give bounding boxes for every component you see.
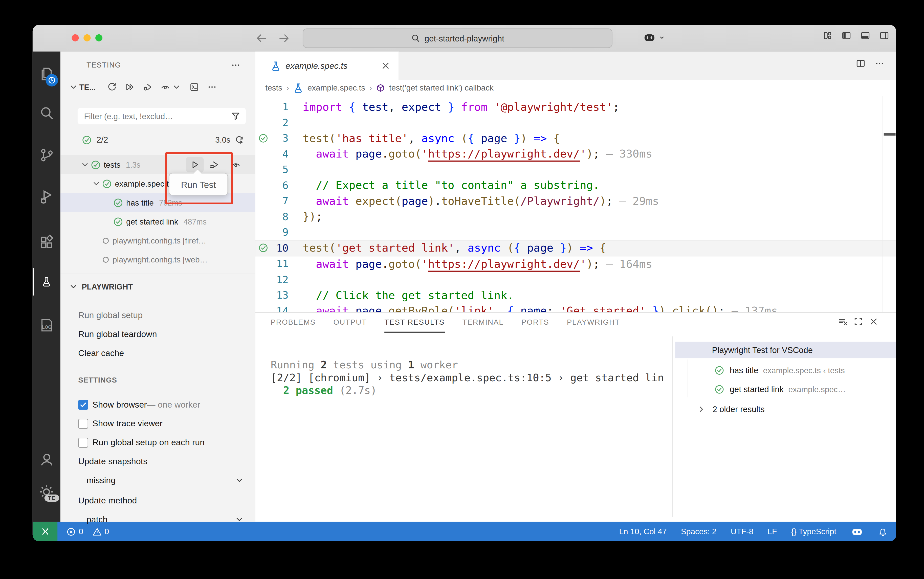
panel-tab-test-results[interactable]: TEST RESULTS: [384, 313, 445, 333]
panel-tab-ports[interactable]: PORTS: [522, 313, 549, 333]
annotation-highlight-box: [165, 152, 233, 204]
select-update-method[interactable]: patch: [87, 512, 244, 527]
playwright-action-run-global-setup[interactable]: Run global setup: [78, 307, 142, 323]
panel-tab-output[interactable]: OUTPUT: [333, 313, 367, 333]
watch-tests-icon[interactable]: [161, 82, 170, 92]
forward-icon[interactable]: [278, 32, 290, 44]
debug-all-tests-icon[interactable]: [143, 82, 152, 92]
chevron-down-icon[interactable]: [69, 282, 78, 291]
activity-item-run-debug[interactable]: [33, 183, 61, 211]
results-provider-header[interactable]: Playwright Test for VSCode: [675, 342, 896, 358]
more-actions-icon[interactable]: [208, 82, 217, 92]
sidebar-more-actions-icon[interactable]: [231, 61, 240, 70]
result-row-has-title[interactable]: has titleexample.spec.ts ‹ tests: [675, 361, 896, 379]
rerun-icon[interactable]: [235, 135, 244, 144]
chevron-down-icon[interactable]: [235, 515, 244, 524]
checkbox-checked[interactable]: [78, 399, 88, 410]
test-filter-input[interactable]: [78, 112, 231, 121]
activity-item-testing[interactable]: [33, 268, 61, 296]
close-panel-icon[interactable]: [869, 317, 878, 326]
activity-item-extensions[interactable]: [33, 228, 61, 256]
copilot-icon[interactable]: [850, 525, 864, 538]
show-output-icon[interactable]: [190, 82, 199, 92]
line-number: 9: [271, 226, 288, 238]
activity-item-accounts[interactable]: [33, 445, 61, 473]
setting-show-trace-viewer[interactable]: Show trace viewer: [78, 415, 163, 431]
test-count: 2/2: [96, 135, 108, 144]
setting-label: Run global setup on each run: [92, 438, 204, 447]
status-eol[interactable]: LF: [767, 527, 777, 536]
editor-more-actions-icon[interactable]: [875, 59, 884, 68]
code-line-1: 1import { test, expect } from '@playwrig…: [255, 99, 896, 114]
activity-item-search[interactable]: [33, 99, 61, 127]
close-tab-icon[interactable]: [381, 61, 390, 70]
split-editor-icon[interactable]: [856, 59, 865, 68]
line-number: 11: [271, 258, 288, 270]
close-traffic-light[interactable]: [72, 34, 78, 41]
status-language-mode[interactable]: {} TypeScript: [791, 527, 837, 536]
gutter-pass-icon[interactable]: [255, 133, 271, 143]
filter-icon[interactable]: [231, 111, 240, 121]
maximize-panel-icon[interactable]: [854, 317, 863, 326]
chevron-down-icon[interactable]: [69, 82, 78, 92]
warning-icon: [92, 527, 101, 536]
playwright-action-run-global-teardown[interactable]: Run global teardown: [78, 325, 157, 342]
setting-show-browser[interactable]: Show browser— one worker: [78, 397, 200, 412]
chevron-down-icon[interactable]: [92, 179, 101, 188]
watch-chevron-icon[interactable]: [172, 82, 181, 92]
chevron-down-icon[interactable]: [81, 160, 90, 169]
test-time: 1.3s: [126, 160, 141, 169]
command-center-search[interactable]: get-started-playwright: [303, 28, 612, 48]
older-results-label: 2 older results: [713, 404, 765, 414]
test-explorer-label: TE...: [79, 83, 96, 92]
refresh-tests-icon[interactable]: [108, 82, 117, 92]
checkbox-unchecked[interactable]: [78, 437, 88, 448]
setting-run-global-setup-on-each-run[interactable]: Run global setup on each run: [78, 435, 204, 450]
result-row-get-started-link[interactable]: get started linkexample.spec…: [675, 380, 896, 398]
checkbox-unchecked[interactable]: [78, 419, 88, 429]
playwright-action-clear-cache[interactable]: Clear cache: [78, 345, 124, 361]
notifications-bell-icon[interactable]: [878, 527, 888, 536]
panel-tab-playwright[interactable]: PLAYWRIGHT: [567, 313, 620, 333]
setting-label: Show browser: [92, 400, 147, 409]
clear-output-icon[interactable]: [838, 317, 847, 326]
link-playwright-dev[interactable]: https://playwright.dev/: [428, 257, 580, 272]
older-results-row[interactable]: 2 older results: [675, 400, 896, 418]
remote-indicator[interactable]: [33, 522, 57, 541]
chevron-down-icon: [659, 34, 665, 41]
chevron-down-icon[interactable]: [235, 476, 244, 485]
minimize-traffic-light[interactable]: [83, 34, 90, 41]
problems-status[interactable]: 0 0: [66, 527, 109, 536]
gutter-pass-icon[interactable]: [255, 243, 271, 253]
toggle-primary-sidebar-icon[interactable]: [842, 31, 851, 40]
te-badge: TE: [44, 494, 59, 502]
status-cursor-position[interactable]: Ln 10, Col 47: [619, 527, 667, 536]
back-icon[interactable]: [255, 32, 268, 44]
link-playwright-dev[interactable]: https://playwright.dev/: [428, 148, 580, 162]
result-location: example.spec.ts ‹ tests: [763, 366, 845, 375]
activity-item-output-log[interactable]: LOG: [33, 311, 61, 339]
run-all-tests-icon[interactable]: [125, 82, 134, 92]
copilot-menu[interactable]: [643, 31, 665, 44]
breadcrumb-item[interactable]: tests: [265, 83, 282, 92]
toggle-secondary-sidebar-icon[interactable]: [880, 31, 889, 40]
panel-tab-terminal[interactable]: TERMINAL: [462, 313, 504, 333]
status-encoding[interactable]: UTF-8: [731, 527, 754, 536]
flask-icon: [41, 276, 52, 287]
activity-item-source-control[interactable]: [33, 141, 61, 168]
tab-example-spec[interactable]: example.spec.ts: [255, 52, 399, 80]
test-tree-row-playwright-config-ts-web-[interactable]: playwright.config.ts [web…: [61, 250, 255, 269]
maximize-traffic-light[interactable]: [95, 34, 102, 41]
activity-item-explorer[interactable]: [33, 60, 61, 88]
status-indentation[interactable]: Spaces: 2: [681, 527, 716, 536]
select-update-snapshots[interactable]: missing: [87, 473, 244, 488]
code-editor[interactable]: 1import { test, expect } from '@playwrig…: [255, 96, 896, 312]
customize-layout-icon[interactable]: [823, 31, 832, 40]
activity-item-settings[interactable]: TE: [33, 478, 61, 506]
test-tree-row-get-started-link[interactable]: get started link487ms: [61, 212, 255, 231]
toggle-panel-icon[interactable]: [860, 31, 870, 40]
test-tree-row-playwright-config-ts-firef-[interactable]: playwright.config.ts [firef…: [61, 231, 255, 250]
breadcrumb-item[interactable]: test('get started link') callback: [389, 83, 494, 92]
panel-tab-problems[interactable]: PROBLEMS: [271, 313, 316, 333]
breadcrumb-item[interactable]: example.spec.ts: [307, 83, 365, 92]
